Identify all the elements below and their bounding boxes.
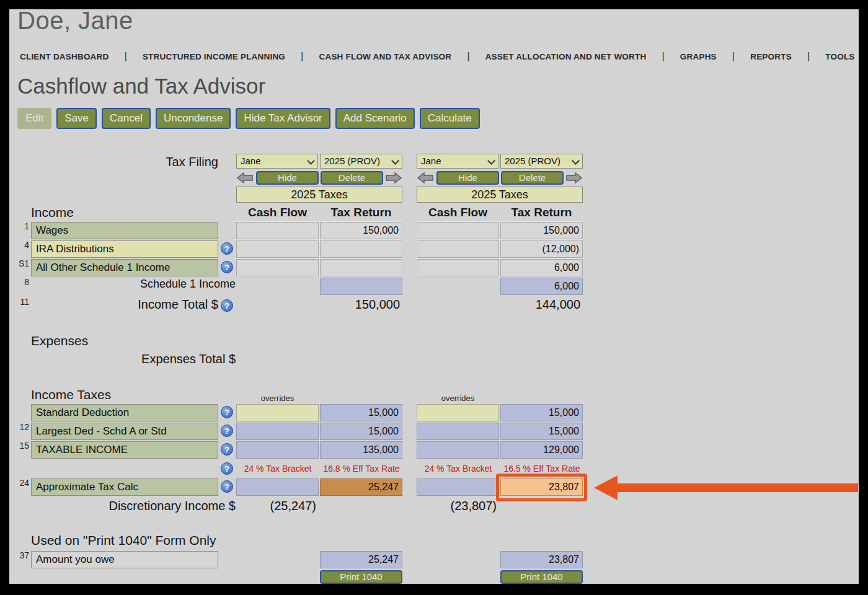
help-icon[interactable]: ? [221, 242, 233, 255]
add-scenario-button[interactable]: Add Scenario [335, 108, 415, 129]
table-row: 12 Largest Ded - Schd A or Std ? 15,000 … [9, 423, 859, 440]
prev-scenario-arrow-icon[interactable] [417, 172, 434, 184]
override-input[interactable] [236, 404, 319, 421]
tax-return-computed-cell: 15,000 [500, 404, 583, 421]
nav-separator: | [732, 50, 735, 63]
cancel-button[interactable]: Cancel [102, 108, 151, 129]
income-row-label-ira-distributions[interactable]: IRA Distributions [31, 240, 218, 258]
year-select[interactable]: 2025 (PROV) [500, 154, 583, 169]
edit-button[interactable]: Edit [17, 108, 51, 129]
tax-return-computed-cell: 15,000 [320, 423, 402, 440]
cash-flow-input[interactable] [417, 240, 499, 258]
tax-bracket-row: ? 24 % Tax Bracket 16.8 % Eff Tax Rate 2… [9, 464, 859, 475]
row-number: 12 [14, 422, 29, 432]
amount-you-owe-cell: 25,247 [320, 551, 402, 568]
year-select[interactable]: 2025 (PROV) [320, 154, 402, 169]
chevron-down-icon [307, 157, 315, 165]
scenario-1-header: Jane 2025 (PROV) Hide Delete 2025 Taxes … [236, 154, 402, 223]
cash-flow-input[interactable] [236, 222, 319, 239]
nav-tools[interactable]: TOOLS [825, 52, 854, 61]
tax-return-input[interactable]: 6,000 [500, 259, 583, 276]
schedule-1-income-computed-cell: 6,000 [500, 278, 583, 295]
next-scenario-arrow-icon[interactable] [385, 172, 402, 184]
table-row: 4 IRA Distributions ? (12,000) [9, 240, 859, 258]
delete-scenario-button[interactable]: Delete [321, 171, 383, 185]
chevron-down-icon [572, 157, 580, 165]
tax-row-label-approximate-tax-calc[interactable]: Approximate Tax Calc [31, 478, 218, 496]
nav-separator: | [807, 50, 810, 63]
tax-row-label-standard-deduction[interactable]: Standard Deduction [31, 404, 218, 421]
cash-flow-computed-cell [417, 441, 499, 459]
table-row: Standard Deduction ? 15,000 15,000 [9, 404, 859, 421]
chevron-down-icon [487, 157, 495, 165]
tax-row-label-taxable-income[interactable]: TAXABLE INCOME [31, 441, 218, 459]
help-icon[interactable]: ? [221, 443, 233, 456]
tax-row-label-largest-deduction[interactable]: Largest Ded - Schd A or Std [31, 423, 218, 440]
discretionary-income-value: (25,247) [236, 499, 319, 513]
row-number: 37 [14, 550, 29, 560]
eff-tax-rate-text: 16.8 % Eff Tax Rate [318, 464, 405, 474]
help-icon[interactable]: ? [221, 462, 233, 475]
delete-scenario-button[interactable]: Delete [501, 171, 564, 185]
hide-scenario-button[interactable]: Hide [436, 171, 499, 185]
uncondense-button[interactable]: Uncondense [156, 108, 231, 129]
cash-flow-input[interactable] [417, 259, 499, 276]
tax-return-input[interactable] [320, 259, 402, 276]
row-label-amount-you-owe[interactable]: Amount you owe [31, 551, 218, 568]
income-taxes-section-heading: Income Taxes [31, 387, 111, 402]
tax-return-input[interactable]: (12,000) [500, 240, 583, 258]
prev-scenario-arrow-icon[interactable] [236, 172, 254, 184]
income-row-label-wages[interactable]: Wages [31, 222, 218, 239]
nav-separator: | [662, 50, 664, 63]
hide-tax-advisor-button[interactable]: Hide Tax Advisor [236, 108, 330, 129]
cash-flow-computed-cell [236, 423, 319, 440]
cash-flow-input[interactable] [417, 222, 499, 239]
help-icon[interactable]: ? [221, 480, 233, 493]
cash-flow-input[interactable] [236, 259, 319, 276]
cash-flow-computed-cell [417, 478, 499, 496]
nav-structured-income-planning[interactable]: STRUCTURED INCOME PLANNING [143, 52, 285, 61]
nav-client-dashboard[interactable]: CLIENT DASHBOARD [20, 52, 108, 61]
table-row: Expenses Total $ [9, 352, 859, 369]
tax-return-input[interactable]: 150,000 [500, 222, 583, 239]
help-icon[interactable]: ? [221, 299, 233, 312]
nav-reports[interactable]: REPORTS [750, 52, 792, 61]
tax-bracket-text: 24 % Tax Bracket [415, 464, 502, 474]
table-row: 8 Schedule 1 Income 6,000 [9, 278, 859, 295]
person-select-value: Jane [241, 156, 261, 166]
table-row: S1 All Other Schedule 1 Income ? 6,000 [9, 259, 859, 276]
help-icon[interactable]: ? [221, 406, 233, 418]
calculate-button[interactable]: Calculate [420, 108, 480, 129]
nav-cash-flow-and-tax-advisor[interactable]: CASH FLOW AND TAX ADVISOR [319, 52, 452, 61]
schedule-1-income-computed-cell [320, 278, 402, 295]
tax-return-input[interactable]: 150,000 [320, 222, 402, 239]
help-icon[interactable]: ? [221, 425, 233, 437]
nav-separator: | [301, 50, 303, 63]
income-total-label: Income Total $ [31, 298, 218, 312]
cash-flow-input[interactable] [236, 240, 319, 258]
person-select[interactable]: Jane [417, 154, 498, 169]
nav-graphs[interactable]: GRAPHS [680, 52, 717, 61]
person-select[interactable]: Jane [236, 154, 318, 169]
nav-separator: | [124, 50, 126, 63]
scenario-2-header: Jane 2025 (PROV) Hide Delete 2025 Taxes … [417, 154, 583, 223]
income-total-value: 144,000 [500, 298, 583, 312]
save-button[interactable]: Save [56, 108, 97, 129]
page-title: Cashflow and Tax Advisor [17, 74, 265, 99]
tax-return-computed-cell: 15,000 [320, 404, 402, 421]
column-header-cash-flow: Cash Flow [236, 206, 319, 219]
hide-scenario-button[interactable]: Hide [256, 171, 319, 185]
override-input[interactable] [417, 404, 499, 421]
next-scenario-arrow-icon[interactable] [565, 172, 583, 184]
year-select-value: 2025 (PROV) [505, 156, 560, 166]
row-number: 11 [14, 297, 29, 307]
print-1040-button[interactable]: Print 1040 [500, 570, 583, 584]
help-icon[interactable]: ? [221, 261, 233, 273]
print-1040-button[interactable]: Print 1040 [320, 570, 402, 584]
income-row-label-all-other-schedule-1[interactable]: All Other Schedule 1 Income [31, 259, 218, 276]
row-number: 4 [14, 240, 29, 250]
annotation-arrow-icon [594, 475, 859, 500]
tax-return-input[interactable] [320, 240, 402, 258]
tax-return-computed-cell: 15,000 [500, 423, 583, 440]
nav-asset-allocation-net-worth[interactable]: ASSET ALLOCATION AND NET WORTH [485, 52, 647, 61]
